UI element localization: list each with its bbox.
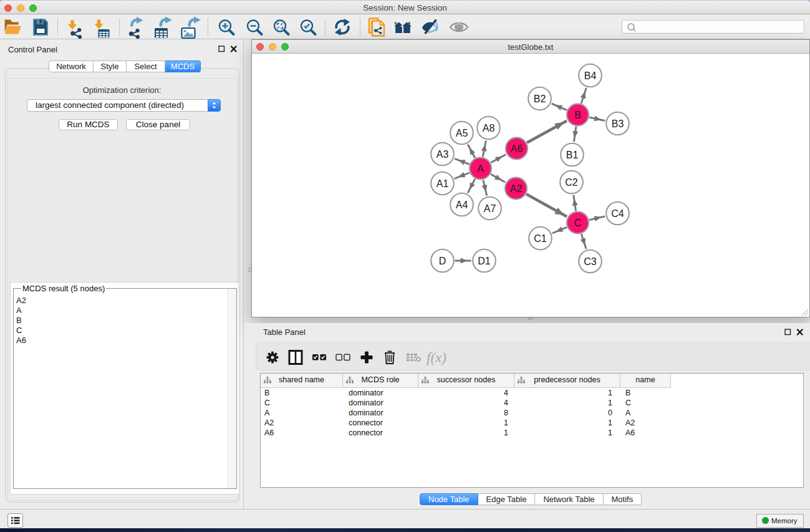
svg-text:D1: D1 xyxy=(478,256,491,266)
svg-text:A3: A3 xyxy=(436,149,449,160)
svg-text:B: B xyxy=(574,110,581,120)
svg-text:B3: B3 xyxy=(612,118,624,129)
svg-text:A7: A7 xyxy=(484,203,496,214)
svg-text:A: A xyxy=(477,163,484,174)
svg-text:f(x): f(x) xyxy=(427,350,446,365)
svg-text:D: D xyxy=(439,256,446,266)
svg-text:A6: A6 xyxy=(511,143,523,154)
svg-text:C4: C4 xyxy=(611,208,624,219)
svg-text:B1: B1 xyxy=(566,150,579,160)
svg-text:A1: A1 xyxy=(436,178,449,189)
svg-text:A2: A2 xyxy=(510,183,523,194)
svg-text:A4: A4 xyxy=(456,200,468,210)
svg-text:A8: A8 xyxy=(483,123,495,133)
svg-text:C2: C2 xyxy=(565,177,578,188)
svg-text:B2: B2 xyxy=(534,94,546,104)
svg-text:C: C xyxy=(574,218,582,228)
svg-text:C1: C1 xyxy=(534,233,547,244)
svg-text:C3: C3 xyxy=(584,256,597,267)
svg-text:B4: B4 xyxy=(584,70,597,81)
svg-text:A5: A5 xyxy=(456,128,468,138)
